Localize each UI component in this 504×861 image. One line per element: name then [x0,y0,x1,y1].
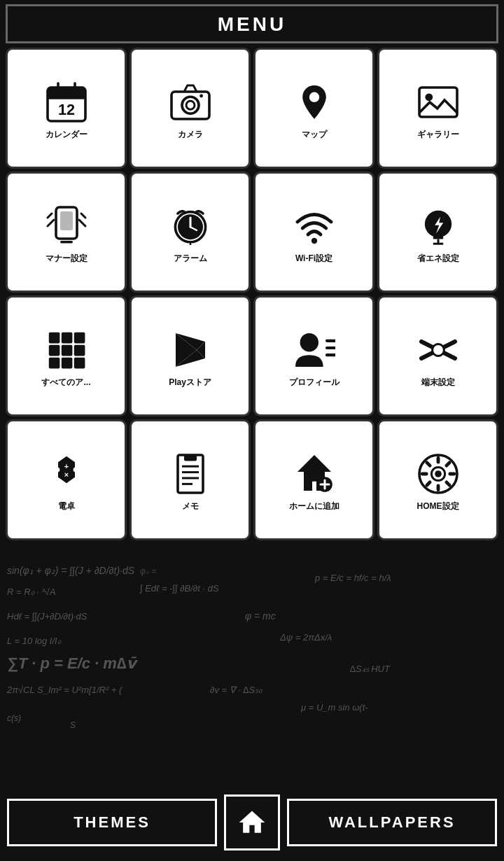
camera-icon [166,78,215,127]
grid-item-gallery[interactable]: ギャラリー [377,48,498,169]
wallpapers-button[interactable]: WALLPAPERS [287,799,497,846]
svg-rect-41 [48,332,59,344]
grid-item-alarm[interactable]: アラーム [130,172,251,293]
svg-rect-47 [48,358,59,369]
header-title: MENU [218,13,286,35]
svg-rect-62 [184,455,197,461]
home-button[interactable] [224,794,280,850]
svg-point-24 [200,94,203,98]
playstore-icon [166,326,215,374]
grid-item-label-playstore: Playストア [169,377,211,387]
grid-item-label-wifi: Wi-Fi設定 [295,253,332,263]
grid-item-label-calendar: カレンダー [46,130,88,139]
themes-button[interactable]: THEMES [7,799,217,846]
svg-point-50 [300,333,318,351]
svg-rect-49 [74,358,85,369]
settings-icon [414,326,463,374]
grid-item-memo[interactable]: メモ [130,419,251,540]
wifi-icon [290,202,339,251]
svg-line-78 [426,463,429,465]
svg-point-72 [435,470,442,477]
grid-item-label-homesettings: HOME設定 [417,501,459,511]
svg-line-74 [446,482,449,485]
svg-rect-43 [74,332,85,344]
grid-item-label-memo: メモ [182,501,199,511]
svg-point-56 [432,344,444,356]
svg-rect-42 [61,332,72,344]
grid-item-homesettings[interactable]: HOME設定 [377,419,498,540]
gallery-icon [414,78,463,127]
grid-item-label-homeadd: ホームに追加 [289,501,340,511]
svg-rect-46 [74,345,85,356]
bottom-bar: THEMES WALLPAPERS [0,784,504,861]
grid-item-homeadd[interactable]: ホームに追加 [253,419,374,540]
battery-icon [414,202,463,251]
grid-item-wifi[interactable]: Wi-Fi設定 [253,172,374,293]
grid-item-label-gallery: ギャラリー [417,130,459,139]
grid-item-label-map: マップ [302,130,327,139]
grid-item-calendar[interactable]: 12カレンダー [6,48,127,169]
grid-item-label-apps: すべてのア... [41,377,90,387]
grid-item-label-manner: マナー設定 [46,253,88,263]
svg-text:+: + [64,462,68,470]
home-icon [237,807,267,838]
grid-item-calculator[interactable]: +×電卓 [6,419,127,540]
svg-rect-38 [433,237,442,239]
svg-line-80 [446,463,449,465]
grid-item-label-alarm: アラーム [174,253,207,263]
grid-item-profile[interactable]: プロフィール [253,295,374,416]
svg-point-36 [311,238,316,244]
svg-rect-29 [60,211,73,230]
grid-item-label-profile: プロフィール [289,377,340,387]
svg-point-27 [425,94,433,102]
grid-item-playstore[interactable]: Playストア [130,295,251,416]
svg-rect-44 [48,345,59,356]
profile-icon [290,326,339,374]
svg-rect-48 [61,358,72,369]
alarm-icon [166,202,215,251]
svg-point-59 [55,468,59,472]
svg-text:×: × [64,470,68,479]
grid-item-label-settings: 端末設定 [421,377,455,387]
grid-item-label-calculator: 電卓 [58,501,75,511]
svg-point-22 [182,97,199,113]
manner-icon [42,202,91,251]
homeadd-icon [290,449,339,498]
grid-item-apps[interactable]: すべてのア... [6,295,127,416]
grid-item-label-battery: 省エネ設定 [417,253,459,263]
svg-text:12: 12 [57,101,74,118]
homesettings-icon [414,449,463,498]
map-icon [290,78,339,127]
svg-rect-26 [419,88,457,117]
grid-item-label-camera: カメラ [178,130,203,139]
grid-item-battery[interactable]: 省エネ設定 [377,172,498,293]
grid-item-camera[interactable]: カメラ [130,48,251,169]
svg-rect-45 [61,345,72,356]
memo-icon [166,449,215,498]
svg-rect-17 [48,88,85,99]
svg-line-76 [426,482,429,485]
grid-item-manner[interactable]: マナー設定 [6,172,127,293]
app-grid: 12カレンダーカメラマップギャラリーマナー設定アラームWi-Fi設定省エネ設定す… [0,43,504,545]
svg-point-25 [309,92,318,102]
svg-point-23 [186,101,195,109]
calendar-icon: 12 [42,78,91,127]
apps-icon [42,326,91,374]
grid-item-map[interactable]: マップ [253,48,374,169]
header: MENU [6,4,498,43]
calculator-icon: +× [42,449,91,498]
grid-item-settings[interactable]: 端末設定 [377,295,498,416]
svg-point-60 [73,468,78,472]
